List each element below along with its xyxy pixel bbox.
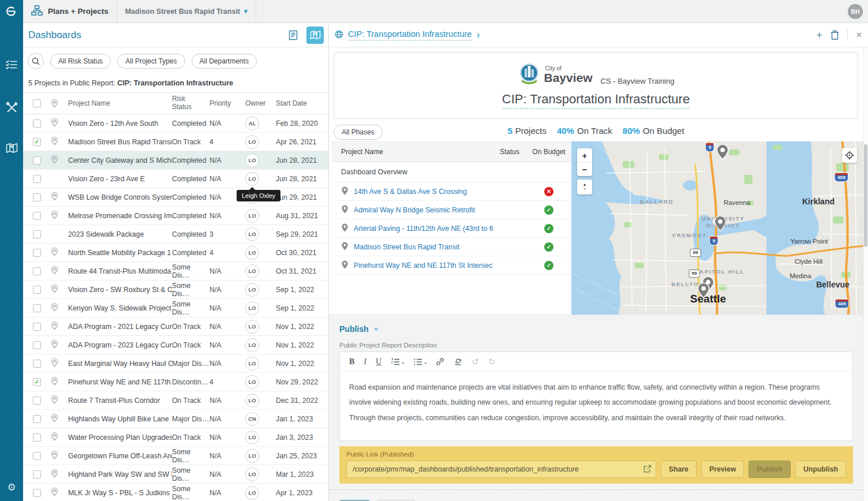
filter-project-types[interactable]: All Project Types	[117, 54, 185, 69]
owner-avatar[interactable]: LO	[245, 135, 259, 149]
add-button[interactable]: +	[817, 30, 823, 40]
unpublish-button[interactable]: Unpublish	[795, 461, 846, 478]
col-project-name[interactable]: Project Name	[68, 99, 172, 107]
table-row[interactable]: ✓ Pinehurst Way NE and NE 117th … Discon…	[23, 373, 328, 391]
underline-button[interactable]: U	[376, 357, 381, 367]
row-checkbox[interactable]: ✓	[33, 138, 41, 146]
italic-button[interactable]: I	[364, 357, 366, 367]
breadcrumb[interactable]: CIP: Transportation Infrastructure	[335, 29, 480, 41]
zoom-out-button[interactable]: −	[577, 162, 592, 176]
delete-button[interactable]	[830, 30, 839, 40]
link-button[interactable]	[436, 357, 444, 366]
project-selector-dropdown[interactable]: Madison Street Bus Rapid Transit	[117, 0, 256, 23]
owner-avatar[interactable]: LO	[245, 449, 259, 463]
owner-avatar[interactable]: LO	[245, 357, 259, 371]
owner-avatar[interactable]: LO	[245, 172, 259, 186]
share-button[interactable]: Share	[661, 461, 697, 478]
table-row[interactable]: Melrose Promenade Crossing Im… Completed…	[23, 207, 328, 225]
scrollbar-thumb[interactable]	[864, 144, 867, 247]
external-link-icon[interactable]	[643, 465, 652, 475]
row-checkbox[interactable]	[33, 119, 41, 128]
row-checkbox[interactable]	[33, 470, 41, 478]
row-checkbox[interactable]	[33, 323, 41, 331]
row-checkbox[interactable]	[33, 304, 41, 312]
publish-section-toggle[interactable]: Publish	[339, 324, 853, 334]
col-priority[interactable]: Priority	[209, 99, 245, 107]
table-row[interactable]: Center City Gateway and S Michi… Complet…	[23, 151, 328, 170]
user-avatar[interactable]: BH	[848, 4, 863, 19]
map-pin-marker[interactable]	[714, 215, 727, 231]
row-checkbox[interactable]: ✓	[33, 378, 41, 386]
breadcrumb-title[interactable]: CIP: Transportation Infrastructure	[348, 29, 472, 41]
publish-button[interactable]: Publish	[749, 461, 790, 478]
table-row[interactable]: North Seattle Mobility Package 1 Complet…	[23, 244, 328, 262]
app-logo-icon[interactable]	[0, 0, 23, 23]
row-checkbox[interactable]	[33, 175, 41, 183]
chevron-right-icon[interactable]	[476, 29, 480, 41]
row-checkbox[interactable]	[33, 489, 41, 497]
public-link-input[interactable]	[346, 461, 656, 478]
bold-button[interactable]: B	[349, 357, 354, 367]
map-pitch-control[interactable]: ▲▼	[577, 180, 592, 195]
row-checkbox[interactable]	[33, 360, 41, 368]
owner-avatar[interactable]: LO	[245, 486, 259, 500]
table-row[interactable]: MLK Jr Way S - PBL - S Judkins St… Some …	[23, 484, 328, 501]
owner-avatar[interactable]: LO	[245, 468, 259, 481]
row-checkbox[interactable]	[33, 397, 41, 405]
project-link[interactable]: Pinehurst Way NE and NE 117th St Interse…	[354, 261, 493, 270]
row-checkbox[interactable]	[33, 452, 41, 460]
row-checkbox[interactable]	[33, 341, 41, 349]
report-map[interactable]: BallardRavennaKirklandUniversity Distric…	[571, 141, 863, 315]
owner-avatar[interactable]: AL	[245, 117, 259, 130]
project-link[interactable]: Arterial Paving - 11th/12th Ave NE (43rd…	[354, 225, 493, 233]
map-pin-marker[interactable]	[716, 144, 729, 160]
plans-projects-nav[interactable]: Plans + Projects	[23, 0, 117, 23]
map-view-button[interactable]	[306, 27, 324, 44]
table-row[interactable]: ADA Program - 2021 Legacy Curb… On Track…	[23, 317, 328, 336]
table-row[interactable]: East Marginal Way Heavy Haul C… Major Di…	[23, 354, 328, 373]
map-locate-button[interactable]	[842, 148, 857, 163]
filter-departments[interactable]: All Departments	[192, 54, 257, 69]
table-row[interactable]: Route 44 Transit-Plus Multimoda… Some Di…	[23, 262, 328, 281]
map-pin-marker[interactable]	[697, 282, 710, 298]
table-row[interactable]: 2023 Sidewalk Package Completed 3 LO Sep…	[23, 225, 328, 244]
owner-avatar[interactable]: LO	[245, 320, 259, 334]
table-row[interactable]: Vision Zero - SW Roxbury St & Ol… Some D…	[23, 281, 328, 299]
owner-avatar[interactable]: LO	[245, 246, 259, 260]
owner-avatar[interactable]: CN	[245, 412, 259, 426]
row-checkbox[interactable]	[33, 212, 41, 220]
report-title[interactable]: CIP: Transportation Infrastructure	[502, 92, 690, 109]
row-checkbox[interactable]	[33, 433, 41, 442]
preview-button[interactable]: Preview	[701, 461, 744, 478]
table-row[interactable]: ADA Program - 2023 Legacy Curb… On Track…	[23, 336, 328, 354]
row-checkbox[interactable]	[33, 267, 41, 275]
row-checkbox[interactable]	[33, 230, 41, 238]
owner-avatar[interactable]: LO	[245, 431, 259, 444]
table-row[interactable]: Kenyon Way S. Sidewalk Project Some Dis……	[23, 299, 328, 317]
map-icon[interactable]	[0, 136, 23, 159]
owner-avatar[interactable]: LO	[245, 301, 259, 315]
table-row[interactable]: Route 7 Transit-Plus Corridor On Track N…	[23, 391, 328, 410]
project-link[interactable]: Admiral Way N Bridge Seismic Retrofit	[354, 206, 475, 214]
table-row[interactable]: Vision Zero - 12th Ave South Completed N…	[23, 114, 328, 133]
owner-avatar[interactable]: LO	[245, 154, 259, 167]
owner-avatar[interactable]: LO	[245, 283, 259, 297]
redo-button[interactable]: ↻	[488, 357, 496, 367]
close-panel-button[interactable]: ✕	[847, 29, 862, 42]
settings-gear-icon[interactable]: ⚙	[0, 478, 23, 496]
row-checkbox[interactable]	[33, 415, 41, 423]
report-view-button[interactable]	[285, 27, 302, 44]
scrollbar-track[interactable]	[863, 47, 868, 501]
table-row[interactable]: Georgetown Flume Off-Leash Area Some Dis…	[23, 447, 328, 465]
table-row[interactable]: ✓ Madison Street Bus Rapid Transit On Tr…	[23, 133, 328, 151]
row-checkbox[interactable]	[33, 249, 41, 257]
search-button[interactable]	[28, 53, 44, 69]
table-row[interactable]: Highlands Way Uphill Bike Lane Major Dis…	[23, 410, 328, 428]
project-link[interactable]: Madison Street Bus Rapid Transit	[354, 243, 459, 251]
ordered-list-button[interactable]	[391, 357, 404, 367]
select-all-checkbox[interactable]	[33, 99, 41, 107]
owner-avatar[interactable]: LO	[245, 375, 259, 389]
col-owner[interactable]: Owner	[245, 99, 276, 107]
tools-icon[interactable]	[0, 96, 23, 119]
table-row[interactable]: Highland Park Way SW and SW H… Some Dis……	[23, 465, 328, 484]
